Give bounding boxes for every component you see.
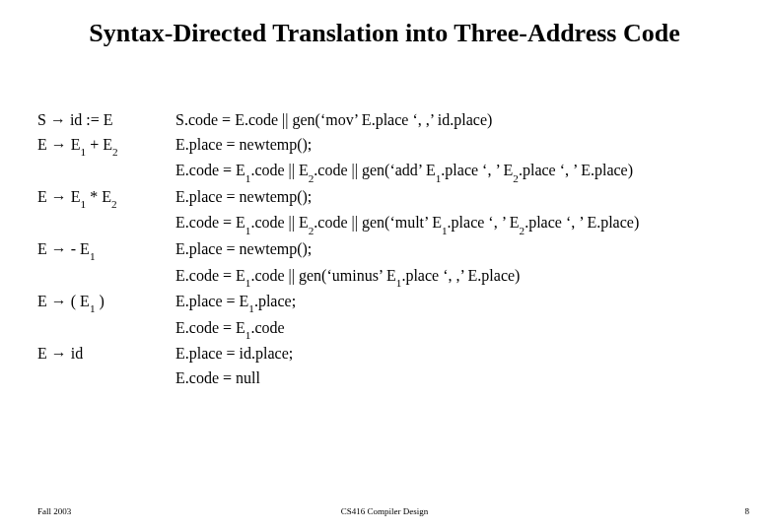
- rule-lhs: E → E1 * E2: [37, 185, 175, 212]
- rule-row: E → E1 * E2E.place = newtemp();: [37, 185, 749, 212]
- rule-rhs: E.place = newtemp();: [175, 237, 749, 262]
- rule-row: E → idE.place = id.place;: [37, 342, 749, 366]
- rule-lhs: E → E1 + E2: [37, 133, 175, 160]
- rule-row: E → ( E1 )E.place = E1.place;: [37, 290, 749, 316]
- rule-lhs: E → id: [37, 342, 175, 366]
- rule-row: E → - E1E.place = newtemp();: [37, 237, 749, 264]
- rule-rhs: E.place = id.place;: [175, 342, 749, 366]
- rule-rhs: E.place = newtemp();: [175, 133, 749, 158]
- rule-row: E.code = null: [37, 366, 749, 391]
- rule-rhs: E.code = E1.code || E2.code || gen(‘add’…: [175, 159, 749, 185]
- rule-row: E.code = E1.code || gen(‘uminus’ E1.plac…: [37, 264, 749, 291]
- slide-title: Syntax-Directed Translation into Three-A…: [0, 0, 769, 48]
- rule-rhs: E.code = E1.code: [175, 316, 749, 343]
- rule-lhs: E → ( E1 ): [37, 290, 175, 316]
- rule-rhs: S.code = E.code || gen(‘mov’ E.place ‘, …: [175, 108, 749, 133]
- footer-center: CS416 Compiler Design: [0, 506, 769, 516]
- rule-rhs: E.code = null: [175, 366, 749, 391]
- rule-row: S → id := ES.code = E.code || gen(‘mov’ …: [37, 108, 749, 133]
- rule-row: E.code = E1.code || E2.code || gen(‘add’…: [37, 159, 749, 185]
- rule-rhs: E.place = E1.place;: [175, 290, 749, 316]
- rule-rhs: E.place = newtemp();: [175, 185, 749, 210]
- rule-lhs: E → - E1: [37, 237, 175, 264]
- rule-row: E.code = E1.code: [37, 316, 749, 343]
- rule-row: E → E1 + E2E.place = newtemp();: [37, 133, 749, 160]
- rule-row: E.code = E1.code || E2.code || gen(‘mult…: [37, 211, 749, 237]
- rule-rhs: E.code = E1.code || gen(‘uminus’ E1.plac…: [175, 264, 749, 291]
- rule-lhs: S → id := E: [37, 108, 175, 133]
- rules-table: S → id := ES.code = E.code || gen(‘mov’ …: [37, 108, 749, 391]
- footer-page-number: 8: [745, 506, 750, 516]
- rule-rhs: E.code = E1.code || E2.code || gen(‘mult…: [175, 211, 749, 237]
